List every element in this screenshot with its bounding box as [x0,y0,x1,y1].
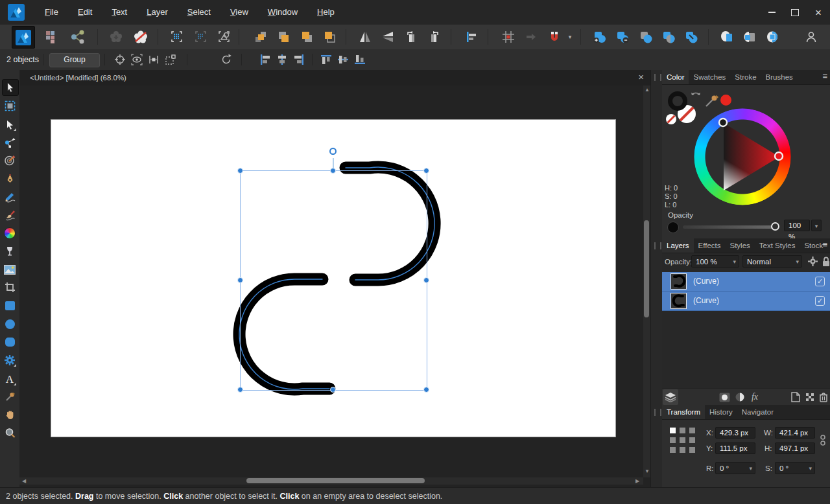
enable-transform-origin-button[interactable] [112,52,128,67]
color-panel-menu-icon[interactable]: ≡ [822,70,827,84]
shape-tool[interactable] [2,352,18,368]
selection-handle-bottom-center[interactable] [330,387,336,393]
menu-edit[interactable]: Edit [68,0,102,25]
forward-one-button[interactable] [296,26,318,47]
opacity-slider-knob[interactable] [771,222,779,231]
sl-triangle[interactable] [694,108,791,205]
layers-panel-menu-icon[interactable]: ≡ [822,238,827,253]
layer-1-thumbnail[interactable] [670,273,687,290]
horizontal-scrollbar-thumb[interactable] [246,478,425,483]
aspect-link-icon[interactable] [820,432,826,449]
hide-selection-while-dragging-button[interactable] [128,52,145,67]
insert-behind-button[interactable] [716,26,738,47]
rotation-dropdown[interactable]: 0 °▾ [715,462,755,474]
tab-styles[interactable]: Styles [725,238,754,253]
shear-dropdown[interactable]: 0 °▾ [775,462,815,474]
selection-handle-bottom-left[interactable] [237,387,243,393]
snapping-options-caret[interactable]: ▾ [565,26,575,47]
vector-brush-tool[interactable] [2,207,18,223]
boolean-intersect-button[interactable] [635,26,657,47]
boolean-subtract-button[interactable] [611,26,634,47]
transform-panel-grip[interactable] [654,409,661,416]
flip-horizontal-button[interactable] [354,26,376,47]
view-tool[interactable] [2,407,18,422]
designer-persona-button[interactable] [12,26,35,49]
opacity-slider-track[interactable] [683,225,776,229]
tab-text-styles[interactable]: Text Styles [755,238,800,253]
text-tool[interactable]: A [2,371,18,387]
boolean-add-button[interactable] [589,26,611,47]
blend-options-gear-icon[interactable] [807,256,818,267]
transform-objects-separately-button[interactable] [162,52,179,67]
pixel-persona-button[interactable] [41,26,63,47]
canvas-viewport[interactable]: ▲ ▼ ◀ ▶ [19,86,650,487]
rectangle-tool[interactable] [2,298,18,314]
layer-2-visibility-checkbox[interactable]: ✓ [815,296,825,306]
layer-2-thumbnail[interactable] [670,293,687,309]
menu-window[interactable]: Window [258,0,307,25]
convert-to-curves-button[interactable] [213,26,235,47]
tab-navigator[interactable]: Navigator [737,405,778,419]
group-button[interactable]: Group [49,53,100,67]
vertical-scrollbar-thumb[interactable] [644,220,649,317]
color-wheel[interactable] [694,108,791,205]
selection-handle-top-center[interactable] [330,168,336,174]
account-button[interactable] [800,26,822,47]
selection-handle-mid-right[interactable] [423,277,429,283]
align-center-horizontal-button[interactable] [274,52,290,67]
rotate-cw-button[interactable] [423,26,445,47]
place-image-tool[interactable] [2,262,18,277]
color-panel-grip[interactable] [654,74,661,81]
align-left-button[interactable] [257,52,274,67]
layer-1-visibility-checkbox[interactable]: ✓ [815,277,825,286]
layers-panel-grip[interactable] [654,242,661,249]
menu-help[interactable]: Help [307,0,344,25]
pen-tool[interactable] [2,171,18,187]
show-side-handles-button[interactable] [145,52,162,67]
anchor-point-selector[interactable] [669,426,697,455]
h-field[interactable]: 497.1 px [775,442,815,454]
rotation-handle[interactable] [329,148,337,155]
ellipse-tool[interactable] [2,316,18,332]
menu-view[interactable]: View [220,0,258,25]
document-tab[interactable]: <Untitled> [Modified] (68.0%) [30,70,126,86]
move-tool[interactable] [2,79,19,96]
selection-handle-top-left[interactable] [237,168,243,174]
delete-layer-button[interactable] [816,389,830,405]
lock-icon[interactable] [822,256,830,267]
document-close-button[interactable]: × [635,70,646,86]
node-tool[interactable] [2,117,18,132]
snapping-toggle-button[interactable] [543,26,565,47]
align-middle-vertical-button[interactable] [335,52,351,67]
vector-crop-tool[interactable] [2,279,18,295]
transparency-tool[interactable] [2,244,18,259]
horizontal-scrollbar[interactable]: ◀ ▶ [19,477,643,485]
alignment-button[interactable] [460,26,482,47]
new-layer-button[interactable] [788,389,803,405]
layers-stack-button[interactable] [663,389,678,405]
layer-row-1[interactable]: (Curve) ✓ [662,272,830,292]
point-transform-tool[interactable] [2,135,18,150]
cycle-selection-box-button[interactable] [218,52,235,67]
x-field[interactable]: 429.3 px [715,427,755,439]
opacity-swatch[interactable] [667,222,679,233]
menu-file[interactable]: File [35,0,68,25]
adjustment-layer-button[interactable] [732,389,748,405]
move-to-back-button[interactable] [250,26,272,47]
back-one-button[interactable] [272,26,294,47]
color-picker-tool[interactable] [2,389,18,404]
tab-transform[interactable]: Transform [662,405,705,419]
snap-to-pixels-button[interactable] [190,26,212,47]
menu-text[interactable]: Text [102,0,137,25]
tab-stroke[interactable]: Stroke [730,70,761,84]
flip-vertical-button[interactable] [377,26,399,47]
picked-color-swatch[interactable] [720,95,731,106]
move-to-front-button[interactable] [318,26,340,47]
mask-layer-button[interactable] [717,389,732,405]
artboard-tool[interactable] [2,98,18,113]
align-bottom-button[interactable] [351,52,368,67]
menu-select[interactable]: Select [178,0,220,25]
align-right-button[interactable] [290,52,307,67]
vertical-scrollbar[interactable]: ▲ ▼ [643,86,650,477]
menu-layer[interactable]: Layer [137,0,178,25]
